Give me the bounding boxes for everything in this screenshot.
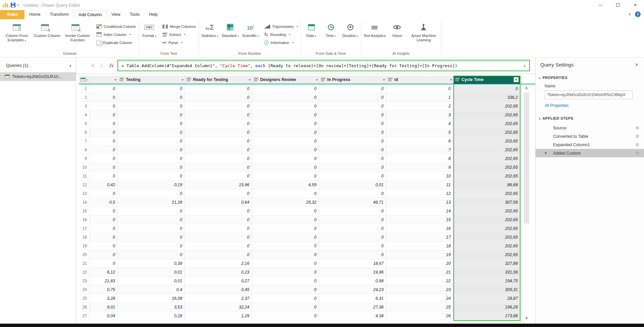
grid-cell[interactable]: 0 — [252, 119, 319, 128]
rounding-button[interactable]: ↻ Rounding ▾ — [262, 31, 300, 38]
grid-cell[interactable]: 0 — [185, 119, 252, 128]
grid-cell[interactable]: 0 — [252, 128, 319, 137]
conditional-column-button[interactable]: Conditional Column — [94, 23, 138, 30]
grid-cell[interactable]: 202,65 — [453, 137, 521, 146]
grid-cell[interactable]: 0 — [118, 224, 185, 233]
applied-step-converted-to-table[interactable]: Converted to Table⚙ — [536, 132, 644, 140]
grid-cell[interactable]: 0,19 — [118, 180, 185, 189]
grid-cell[interactable]: 2,37 — [185, 294, 252, 303]
format-button[interactable]: ABC Format▾ — [140, 21, 159, 39]
grid-cell[interactable]: 0 — [319, 128, 386, 137]
maximize-button[interactable] — [609, 0, 627, 10]
grid-cell[interactable]: 2 — [386, 102, 453, 111]
filter-dropdown-icon[interactable]: ▾ — [113, 78, 116, 81]
grid-cell[interactable]: 0 — [319, 233, 386, 242]
column-from-examples-button[interactable]: Column From Examples▾ — [1, 21, 32, 43]
grid-cell[interactable]: 26 — [386, 312, 453, 320]
grid-cell[interactable]: 0 — [185, 250, 252, 259]
column-header-id[interactable]: ABC123id▾ — [386, 76, 453, 84]
grid-cell[interactable]: 202,65 — [453, 172, 521, 180]
grid-cell[interactable]: 202,65 — [453, 242, 521, 250]
select-all-cell[interactable]: ▾ — [79, 76, 90, 84]
grid-cell[interactable]: 25 — [386, 303, 453, 312]
tab-transform[interactable]: Transform — [45, 10, 74, 19]
grid-cell[interactable]: 4 — [386, 119, 453, 128]
grid-cell[interactable]: 309,31 — [453, 285, 521, 294]
step-delete-icon[interactable]: ✕ — [544, 151, 547, 155]
tab-help[interactable]: Help — [144, 10, 162, 19]
grid-cell[interactable]: 0 — [185, 128, 252, 137]
grid-cell[interactable]: 202,65 — [453, 154, 521, 163]
grid-cell[interactable]: 0 — [118, 250, 185, 259]
grid-cell[interactable]: 0 — [319, 250, 386, 259]
filter-dropdown-icon[interactable]: ▾ — [248, 78, 250, 81]
grid-cell[interactable]: 0 — [90, 84, 118, 93]
grid-cell[interactable]: 32,24 — [185, 303, 252, 312]
grid-cell[interactable]: 0 — [118, 119, 185, 128]
grid-cell[interactable]: 0 — [90, 207, 118, 215]
grid-cell[interactable]: 0 — [118, 137, 185, 146]
grid-cell[interactable]: 3 — [386, 111, 453, 119]
applied-steps-section-header[interactable]: ▴ APPLIED STEPS — [536, 116, 644, 120]
grid-cell[interactable]: 0 — [319, 146, 386, 154]
grid-cell[interactable]: 21,26 — [118, 198, 185, 207]
grid-cell[interactable]: 8 — [386, 154, 453, 163]
grid-cell[interactable]: 0 — [90, 137, 118, 146]
grid-cell[interactable]: 0 — [252, 312, 319, 320]
grid-cell[interactable]: 0 — [185, 207, 252, 215]
grid-cell[interactable]: 0 — [185, 233, 252, 242]
grid-cell[interactable]: 0 — [185, 137, 252, 146]
grid-cell[interactable]: 0 — [90, 259, 118, 268]
commit-formula-icon[interactable]: ✓ — [100, 63, 104, 68]
minimize-button[interactable] — [592, 0, 609, 10]
close-settings-icon[interactable]: ✕ — [635, 62, 639, 67]
grid-cell[interactable]: 0 — [252, 294, 319, 303]
grid-cell[interactable]: 0,04 — [90, 312, 118, 320]
merge-columns-button[interactable]: Merge Columns — [160, 23, 198, 30]
grid-cell[interactable]: 0 — [118, 128, 185, 137]
grid-cell[interactable]: 0 — [90, 189, 118, 198]
grid-cell[interactable]: 0 — [252, 242, 319, 250]
grid-cell[interactable]: 0 — [252, 84, 319, 93]
vision-button[interactable]: Vision — [387, 21, 407, 39]
grid-cell[interactable]: 5 — [386, 128, 453, 137]
grid-cell[interactable]: 202,65 — [453, 215, 521, 224]
grid-cell[interactable]: 0 — [252, 250, 319, 259]
gear-icon[interactable]: ⚙ — [635, 142, 639, 147]
grid-cell[interactable]: 0 — [252, 224, 319, 233]
grid-cell[interactable]: 336,2 — [453, 93, 521, 102]
grid-cell[interactable]: 0,01 — [319, 180, 386, 189]
expand-formula-bar-icon[interactable]: ∨ — [521, 64, 526, 68]
grid-cell[interactable]: 0 — [319, 207, 386, 215]
duration-button[interactable]: Duration▾ — [341, 21, 360, 39]
grid-cell[interactable]: 24 — [386, 294, 453, 303]
grid-cell[interactable]: 0 — [90, 146, 118, 154]
grid-cell[interactable]: 0 — [252, 259, 319, 268]
grid-cell[interactable]: 0 — [90, 233, 118, 242]
date-button[interactable]: Date▾ — [302, 21, 321, 39]
grid-cell[interactable]: 202,65 — [453, 163, 521, 172]
grid-cell[interactable]: 3,53 — [118, 303, 185, 312]
grid-cell[interactable]: 0 — [453, 84, 521, 93]
grid-cell[interactable]: 0 — [252, 303, 319, 312]
grid-cell[interactable]: 0 — [319, 119, 386, 128]
grid-cell[interactable]: 0 — [90, 128, 118, 137]
grid-cell[interactable]: 11 — [386, 180, 453, 189]
grid-cell[interactable]: 0 — [90, 250, 118, 259]
grid-cell[interactable]: 12 — [386, 189, 453, 198]
grid-cell[interactable]: 0 — [252, 137, 319, 146]
grid-cell[interactable]: 15 — [386, 215, 453, 224]
grid-cell[interactable]: 0 — [319, 215, 386, 224]
column-header-cycle-time[interactable]: ABC123Cycle Time▾ — [453, 76, 521, 84]
text-analytics-button[interactable]: Text Analytics — [362, 21, 388, 39]
grid-cell[interactable]: 0 — [252, 285, 319, 294]
tab-tools[interactable]: Tools — [125, 10, 144, 19]
grid-cell[interactable]: 28,87 — [453, 294, 521, 303]
grid-cell[interactable]: 0 — [118, 215, 185, 224]
gear-icon[interactable]: ⚙ — [635, 134, 639, 139]
grid-cell[interactable]: 1 — [386, 93, 453, 102]
collapse-queries-pane-icon[interactable]: ‹ — [69, 63, 71, 68]
grid-cell[interactable]: 23 — [386, 285, 453, 294]
grid-cell[interactable]: 0,75 — [90, 285, 118, 294]
grid-cell[interactable]: 18 — [386, 242, 453, 250]
